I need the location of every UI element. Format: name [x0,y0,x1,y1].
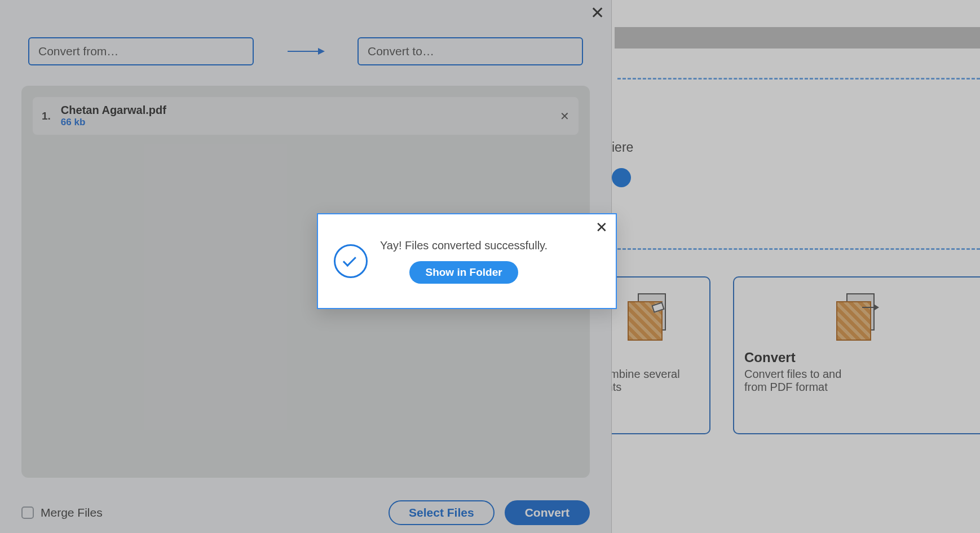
select-files-button[interactable]: Select Files [389,500,495,525]
convert-button[interactable]: Convert [505,500,590,525]
success-dialog: ✕ Yay! Files converted successfully. Sho… [317,213,617,309]
divider-dashed [617,248,980,250]
tool-card-convert[interactable]: Convert Convert files to and from PDF fo… [733,276,980,434]
show-in-folder-button[interactable]: Show in Folder [409,261,518,284]
file-size: 66 kb [61,117,166,128]
convert-to-label: Convert to… [368,45,434,58]
convert-button-label: Convert [525,506,570,519]
merge-card-line1: combine several [598,368,699,381]
merge-files-label: Merge Files [41,506,103,519]
show-in-folder-label: Show in Folder [425,266,502,278]
convert-doc-icon [832,293,882,338]
file-row: 1. Chetan Agarwal.pdf 66 kb ✕ [33,97,579,135]
merge-card-title-fragment: e [598,350,699,365]
dialog-close-icon[interactable]: ✕ [595,220,608,235]
convert-from-label: Convert from… [38,45,118,58]
convert-to-select[interactable]: Convert to… [357,37,583,65]
convert-card-title: Convert [744,350,970,365]
select-files-label: Select Files [409,506,474,519]
arrow-right-icon [288,51,324,52]
file-remove-icon[interactable]: ✕ [560,109,570,123]
file-index: 1. [42,110,51,122]
merge-doc-icon [623,293,674,338]
dialog-message: Yay! Files converted successfully. [380,239,548,252]
drop-area-border [617,78,980,202]
panel-close-icon[interactable]: ✕ [590,5,604,21]
merge-files-checkbox[interactable] [21,506,34,519]
drop-area-button-fragment[interactable] [612,168,631,187]
file-meta: Chetan Agarwal.pdf 66 kb [61,104,166,128]
file-name: Chetan Agarwal.pdf [61,104,166,117]
convert-card-line2: from PDF format [744,381,970,394]
drop-area-text-fragment: iere [612,140,633,155]
merge-card-line2: ients [598,381,699,394]
format-row: Convert from… Convert to… [28,37,583,65]
success-check-icon [334,244,368,278]
background-toolbar [615,27,980,49]
panel-bottom-row: Merge Files Select Files Convert [21,500,590,525]
convert-card-line1: Convert files to and [744,368,970,381]
convert-from-select[interactable]: Convert from… [28,37,254,65]
